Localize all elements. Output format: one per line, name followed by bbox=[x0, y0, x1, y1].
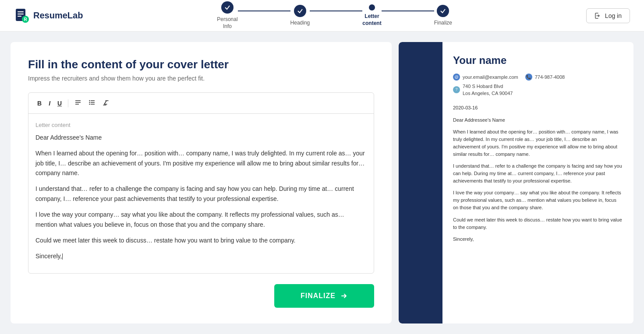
progress-bar: Personal Info Heading Letter content Fin… bbox=[217, 1, 452, 30]
toolbar-clear[interactable] bbox=[100, 97, 112, 109]
step-circle-personal-info bbox=[221, 1, 234, 14]
toolbar-bold[interactable]: B bbox=[35, 98, 44, 109]
panel-title: Fill in the content of your cover letter bbox=[28, 58, 374, 71]
editor-content[interactable]: Dear Addressee's Name When I learned abo… bbox=[35, 133, 367, 261]
list-icon bbox=[88, 99, 96, 106]
finalize-arrow-icon bbox=[340, 292, 348, 300]
login-label: Log in bbox=[605, 12, 622, 19]
left-panel: Fill in the content of your cover letter… bbox=[11, 42, 392, 323]
preview-content: Your name @ your.email@example.com 📞 774… bbox=[442, 42, 633, 323]
address-icon: ? bbox=[453, 86, 460, 93]
svg-rect-3 bbox=[18, 16, 21, 17]
step-circle-letter-content bbox=[369, 4, 375, 11]
svg-point-13 bbox=[89, 102, 90, 103]
step-label-finalize: Finalize bbox=[434, 20, 452, 27]
step-label-personal-info: Personal Info bbox=[217, 16, 237, 30]
preview-contact: @ your.email@example.com 📞 774-987-4008 … bbox=[453, 74, 623, 97]
preview-paragraph-3: I love the way your company… say what yo… bbox=[453, 189, 623, 211]
contact-email-row: @ your.email@example.com bbox=[453, 74, 518, 81]
svg-rect-2 bbox=[18, 14, 24, 14]
step-label-heading: Heading bbox=[290, 20, 310, 27]
contact-address-row: ? 740 S Hobard Blvd Los Angeles, CA 9004… bbox=[453, 83, 623, 97]
logo-text: ResumeLab bbox=[33, 11, 83, 21]
step-letter-content: Letter content bbox=[362, 4, 381, 27]
preview-closing: Sincerely, bbox=[453, 236, 623, 243]
svg-point-12 bbox=[89, 100, 90, 101]
logo-icon: R bbox=[14, 8, 30, 24]
step-personal-info: Personal Info bbox=[217, 1, 237, 30]
editor-label: Letter content bbox=[35, 121, 367, 130]
toolbar-italic[interactable]: I bbox=[46, 98, 53, 109]
finalize-button[interactable]: FINALIZE bbox=[274, 284, 374, 308]
contact-phone-row: 📞 774-987-4008 bbox=[525, 74, 565, 81]
connector-3 bbox=[382, 11, 434, 11]
preview-paragraph-1: When I learned about the opening for… po… bbox=[453, 128, 623, 158]
editor-salutation[interactable]: Dear Addressee's Name bbox=[35, 133, 367, 142]
connector-2 bbox=[310, 11, 362, 11]
editor-closing[interactable]: Sincerely, bbox=[35, 251, 367, 261]
logo: R ResumeLab bbox=[14, 8, 83, 24]
svg-rect-1 bbox=[18, 11, 24, 12]
clear-format-icon bbox=[103, 99, 110, 106]
step-circle-finalize bbox=[437, 5, 449, 17]
editor-paragraph-4[interactable]: Could we meet later this week to discuss… bbox=[35, 236, 367, 245]
header: R ResumeLab Personal Info Heading Letter… bbox=[0, 0, 644, 32]
align-icon bbox=[74, 99, 81, 106]
preview-salutation: Dear Addressee's Name bbox=[453, 116, 623, 124]
preview-email: your.email@example.com bbox=[463, 74, 518, 81]
preview-paragraph-4: Could we meet later this week to discuss… bbox=[453, 216, 623, 231]
login-icon bbox=[594, 12, 602, 19]
toolbar-align[interactable] bbox=[72, 97, 84, 109]
login-button[interactable]: Log in bbox=[586, 8, 630, 23]
svg-point-14 bbox=[89, 104, 90, 105]
phone-icon: 📞 bbox=[525, 74, 532, 81]
editor-body[interactable]: Letter content Dear Addressee's Name Whe… bbox=[28, 114, 374, 273]
editor-paragraph-3[interactable]: I love the way your company… say what yo… bbox=[35, 210, 367, 229]
svg-text:R: R bbox=[24, 17, 27, 22]
toolbar-divider-1 bbox=[68, 99, 68, 107]
preview-address: 740 S Hobard Blvd Los Angeles, CA 90047 bbox=[463, 83, 513, 97]
editor-paragraph-2[interactable]: I understand that… refer to a challenge … bbox=[35, 184, 367, 204]
step-heading: Heading bbox=[290, 5, 310, 27]
toolbar-underline[interactable]: U bbox=[55, 98, 64, 109]
main-content: Fill in the content of your cover letter… bbox=[0, 32, 644, 334]
connector-1 bbox=[238, 11, 290, 11]
step-label-letter-content: Letter content bbox=[362, 13, 381, 27]
preview-body: Dear Addressee's Name When I learned abo… bbox=[453, 116, 623, 243]
text-cursor bbox=[62, 253, 63, 260]
editor-paragraph-1[interactable]: When I learned about the opening for… po… bbox=[35, 148, 367, 178]
step-finalize: Finalize bbox=[434, 5, 452, 27]
editor-toolbar: B I U bbox=[28, 93, 374, 114]
step-circle-heading bbox=[294, 5, 306, 17]
email-icon: @ bbox=[453, 74, 460, 81]
preview-phone: 774-987-4008 bbox=[535, 74, 565, 81]
preview-name: Your name bbox=[453, 53, 623, 68]
accent-bar bbox=[399, 42, 442, 323]
panel-subtitle: Impress the recruiters and show them how… bbox=[28, 75, 374, 82]
finalize-label: FINALIZE bbox=[301, 292, 336, 300]
right-panel: Your name @ your.email@example.com 📞 774… bbox=[399, 42, 633, 323]
preview-date: 2020-03-16 bbox=[453, 104, 623, 112]
toolbar-list[interactable] bbox=[86, 97, 98, 109]
preview-paragraph-2: I understand that… refer to a challenge … bbox=[453, 162, 623, 185]
editor-container: B I U bbox=[28, 92, 374, 274]
